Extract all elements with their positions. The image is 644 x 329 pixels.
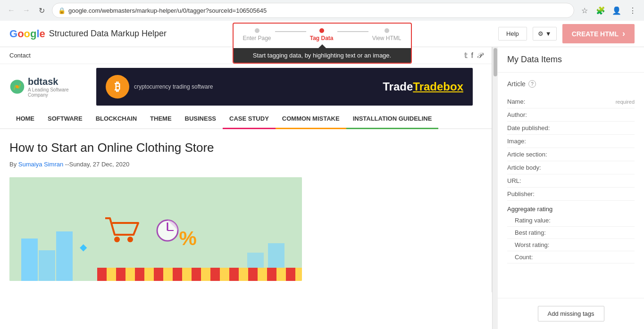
field-image[interactable]: Image: xyxy=(507,135,635,148)
website-preview-area: Contact 𝕥 f 𝒫 xyxy=(0,47,498,329)
nav-common-mistake[interactable]: COMMON MISTAKE xyxy=(276,109,346,129)
twitter-icon: 𝕥 xyxy=(464,51,468,60)
nav-case-study[interactable]: CASE STUDY xyxy=(223,109,276,129)
google-logo: Google xyxy=(9,28,45,40)
diamond-icon: ◆ xyxy=(80,241,87,253)
site-social: 𝕥 f 𝒫 xyxy=(464,51,482,60)
nav-theme[interactable]: THEME xyxy=(143,109,178,129)
site-nav: HOME SOFTWARE BLOCKCHAIN THEME BUSINESS … xyxy=(0,109,492,129)
step2-dot xyxy=(319,28,324,33)
facebook-icon: f xyxy=(471,51,473,60)
store-stripe xyxy=(97,268,302,281)
logo-subtitle: A Leading Software Company xyxy=(28,87,79,98)
lock-icon: 🔒 xyxy=(58,7,66,14)
preview-scrollbar[interactable] xyxy=(492,47,498,329)
field-worst-rating[interactable]: Worst rating: xyxy=(507,239,635,251)
aggregate-rating-section: Aggregate rating xyxy=(507,201,635,214)
app-logo: Google Structured Data Markup Helper xyxy=(9,28,167,40)
field-name-label: Name: xyxy=(507,98,616,105)
wizard-step-tag: Tag Data xyxy=(310,28,334,41)
article-by: By xyxy=(9,161,18,168)
field-section-label: Article section: xyxy=(507,151,635,158)
clock-illustration xyxy=(156,219,179,242)
browser-chrome: ← → ↻ 🔒 ☆ 🧩 👤 ⋮ xyxy=(0,0,644,21)
nav-business[interactable]: BUSINESS xyxy=(178,109,223,129)
article-label: Article xyxy=(507,80,526,88)
field-date-published[interactable]: Date published: xyxy=(507,122,635,135)
nav-installation[interactable]: INSTALLATION GUIDELINE xyxy=(346,109,439,129)
cart-illustration xyxy=(103,214,141,247)
app-header: Google Structured Data Markup Helper Ent… xyxy=(0,21,644,47)
field-article-section[interactable]: Article section: xyxy=(507,148,635,161)
field-count[interactable]: Count: xyxy=(507,251,635,263)
percent-icon: % xyxy=(179,227,197,250)
site-contact: Contact xyxy=(9,52,31,59)
field-image-label: Image: xyxy=(507,138,635,145)
svg-point-3 xyxy=(127,237,133,242)
field-url[interactable]: URL: xyxy=(507,174,635,188)
field-body-label: Article body: xyxy=(507,164,635,171)
main-content: Contact 𝕥 f 𝒫 xyxy=(0,47,644,329)
article-meta: By Sumaiya Simran --Sunday, 27 Dec, 2020 xyxy=(9,161,482,168)
nav-software[interactable]: SOFTWARE xyxy=(41,109,89,129)
article-content: How to Start an Online Clothing Store By… xyxy=(0,129,492,292)
bookmark-button[interactable]: ☆ xyxy=(578,4,591,17)
back-button[interactable]: ← xyxy=(5,4,18,17)
scrollbar-thumb[interactable] xyxy=(493,48,497,76)
arrow-icon: › xyxy=(622,29,625,39)
panel-content: Article ? Name: required Author: Date pu… xyxy=(498,73,644,298)
field-publisher-label: Publisher: xyxy=(507,190,635,197)
panel-header: My Data Items xyxy=(498,47,644,73)
article-author: Sumaiya Simran xyxy=(18,161,63,168)
bitcoin-icon: ₿ xyxy=(106,75,129,99)
article-type: Article ? xyxy=(507,80,635,88)
article-image: % ◆ xyxy=(9,177,302,281)
wizard-overlay: Enter Page Tag Data View HTML xyxy=(233,23,412,64)
field-name[interactable]: Name: required xyxy=(507,95,635,108)
wizard-line-1 xyxy=(275,31,306,32)
panel-footer: Add missing tags xyxy=(498,298,644,329)
add-missing-tags-button[interactable]: Add missing tags xyxy=(538,306,604,321)
bdtask-logo-icon xyxy=(9,77,25,96)
step3-dot xyxy=(385,28,389,33)
refresh-button[interactable]: ↻ xyxy=(35,4,48,17)
address-bar[interactable]: 🔒 xyxy=(52,3,574,18)
site-logo: bdtask A Leading Software Company xyxy=(9,76,79,98)
settings-button[interactable]: ⚙ ▼ xyxy=(533,27,557,41)
article-title: How to Start an Online Clothing Store xyxy=(9,140,482,155)
tradebox-logo: TradeTradebox xyxy=(383,80,463,93)
extensions-button[interactable]: 🧩 xyxy=(594,4,607,17)
field-article-body[interactable]: Article body: xyxy=(507,161,635,174)
gear-icon: ⚙ xyxy=(538,30,544,37)
field-best-rating[interactable]: Best rating: xyxy=(507,227,635,239)
wizard-tooltip: Start tagging data, by highlighting text… xyxy=(234,48,411,63)
site-banner: ₿ cryptocurrency trading software TradeT… xyxy=(96,68,473,106)
tooltip-arrow xyxy=(318,44,326,48)
nav-home[interactable]: HOME xyxy=(9,109,41,129)
website-preview[interactable]: Contact 𝕥 f 𝒫 xyxy=(0,47,492,292)
wizard-step-enter: Enter Page xyxy=(243,28,271,41)
field-rating-value[interactable]: Rating value: xyxy=(507,214,635,227)
logo-brand: bdtask xyxy=(28,76,79,87)
nav-blockchain[interactable]: BLOCKCHAIN xyxy=(89,109,143,129)
create-html-button[interactable]: CREATE HTML › xyxy=(562,24,635,43)
app-header-right: Help ⚙ ▼ CREATE HTML › xyxy=(498,24,635,43)
profile-button[interactable]: 👤 xyxy=(610,4,623,17)
right-panel: My Data Items Article ? Name: required A… xyxy=(498,47,644,329)
pinterest-icon: 𝒫 xyxy=(477,51,482,60)
wizard-step-view: View HTML xyxy=(372,28,401,41)
svg-point-2 xyxy=(114,237,120,242)
field-url-label: URL: xyxy=(507,177,635,184)
field-date-label: Date published: xyxy=(507,124,635,132)
url-input[interactable] xyxy=(68,7,568,14)
field-author[interactable]: Author: xyxy=(507,108,635,122)
field-publisher[interactable]: Publisher: xyxy=(507,188,635,201)
forward-button[interactable]: → xyxy=(20,4,33,17)
help-button[interactable]: Help xyxy=(498,27,527,41)
menu-button[interactable]: ⋮ xyxy=(626,4,639,17)
panel-title: My Data Items xyxy=(507,55,562,64)
app-title: Structured Data Markup Helper xyxy=(49,29,167,39)
article-help-button[interactable]: ? xyxy=(528,80,536,88)
field-author-label: Author: xyxy=(507,111,635,118)
step1-dot xyxy=(255,28,259,33)
